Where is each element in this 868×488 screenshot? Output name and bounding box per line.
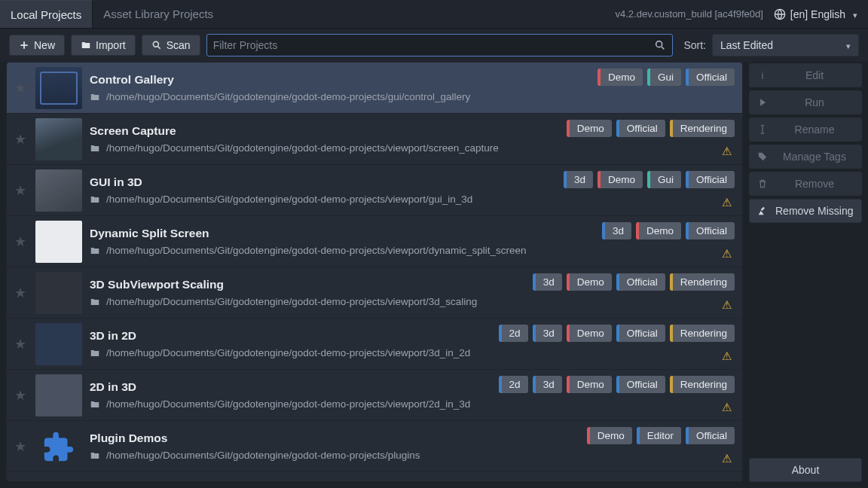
project-tag[interactable]: Editor: [637, 427, 681, 444]
remove-missing-button[interactable]: Remove Missing: [749, 199, 862, 223]
project-row[interactable]: ★ 3D SubViewport Scaling /home/hugo/Docu…: [7, 267, 742, 319]
about-button[interactable]: About: [749, 458, 862, 482]
project-path: /home/hugo/Documents/Git/godotengine/god…: [106, 450, 420, 461]
project-tag[interactable]: 3d: [564, 171, 593, 188]
language-selector[interactable]: [en] English: [774, 8, 857, 20]
rename-button[interactable]: Rename: [749, 117, 862, 142]
project-path: /home/hugo/Documents/Git/godotengine/god…: [106, 194, 472, 205]
language-label: [en] English: [790, 8, 845, 20]
project-tag[interactable]: Demo: [567, 325, 612, 342]
top-bar: Local Projects Asset Library Projects v4…: [0, 0, 868, 29]
chevron-down-icon: [850, 8, 857, 20]
project-tag[interactable]: Official: [686, 171, 735, 188]
project-path-row: /home/hugo/Documents/Git/godotengine/god…: [90, 142, 736, 154]
project-tag[interactable]: 3d: [602, 222, 631, 239]
project-row[interactable]: ★ Dynamic Split Screen /home/hugo/Docume…: [7, 216, 742, 267]
favorite-star-icon[interactable]: ★: [13, 387, 28, 404]
project-thumbnail: [35, 374, 82, 416]
sort-value: Last Edited: [720, 39, 773, 51]
scan-button[interactable]: Scan: [142, 35, 200, 56]
project-tag[interactable]: Demo: [598, 69, 643, 86]
project-thumbnail: [35, 221, 82, 263]
folder-icon: [90, 297, 100, 307]
folder-icon: [90, 194, 100, 205]
favorite-star-icon[interactable]: ★: [13, 80, 28, 96]
search-icon: [151, 40, 162, 50]
project-tag[interactable]: Official: [616, 376, 665, 393]
favorite-star-icon[interactable]: ★: [13, 438, 28, 455]
project-tag[interactable]: 3d: [533, 325, 562, 342]
project-tag[interactable]: 2d: [499, 325, 528, 342]
project-tag[interactable]: Demo: [598, 171, 643, 188]
project-tag[interactable]: Gui: [647, 69, 681, 86]
project-path-row: /home/hugo/Documents/Git/godotengine/god…: [90, 245, 736, 256]
edit-label: Edit: [775, 69, 854, 81]
project-path: /home/hugo/Documents/Git/godotengine/god…: [106, 296, 477, 307]
svg-point-1: [153, 41, 158, 47]
about-label: About: [792, 464, 820, 476]
globe-icon: [774, 8, 786, 20]
project-tag[interactable]: Official: [686, 69, 735, 86]
favorite-star-icon[interactable]: ★: [13, 285, 28, 301]
project-tag[interactable]: 3d: [533, 273, 562, 291]
filter-projects-field[interactable]: [206, 34, 674, 56]
rename-label: Rename: [775, 124, 854, 136]
manage-tags-button[interactable]: Manage Tags: [749, 145, 862, 169]
project-row[interactable]: ★ Control Gallery /home/hugo/Documents/G…: [7, 63, 742, 114]
project-tag[interactable]: Official: [686, 222, 735, 239]
filter-input[interactable]: [213, 39, 650, 51]
project-tag[interactable]: Demo: [567, 376, 612, 393]
project-tag[interactable]: Rendering: [670, 376, 735, 393]
favorite-star-icon[interactable]: ★: [13, 182, 28, 199]
tab-asset-library[interactable]: Asset Library Projects: [93, 0, 224, 28]
project-row[interactable]: ★ 2D in 3D /home/hugo/Documents/Git/godo…: [7, 370, 742, 421]
project-path: /home/hugo/Documents/Git/godotengine/god…: [106, 398, 470, 410]
svg-rect-3: [762, 72, 763, 72]
project-tag[interactable]: Demo: [567, 273, 612, 291]
project-tag[interactable]: Official: [686, 427, 735, 444]
remove-missing-label: Remove Missing: [775, 205, 854, 217]
project-path: /home/hugo/Documents/Git/godotengine/god…: [106, 347, 470, 358]
project-path-row: /home/hugo/Documents/Git/godotengine/god…: [90, 91, 736, 102]
folder-icon: [90, 92, 100, 102]
project-tag[interactable]: Official: [616, 325, 665, 342]
project-tag[interactable]: 3d: [533, 376, 562, 393]
project-tag[interactable]: Rendering: [670, 120, 735, 137]
tag-icon: [757, 151, 768, 162]
project-path-row: /home/hugo/Documents/Git/godotengine/god…: [90, 450, 736, 461]
project-tag[interactable]: Rendering: [670, 325, 735, 342]
project-row[interactable]: ★ GUI in 3D /home/hugo/Documents/Git/god…: [7, 165, 742, 216]
project-tag[interactable]: 2d: [499, 376, 528, 393]
project-tag[interactable]: Official: [616, 120, 665, 137]
version-label: v4.2.dev.custom_build [ac4f9fe0d]: [616, 8, 763, 20]
project-row[interactable]: ★ Screen Capture /home/hugo/Documents/Gi…: [7, 114, 742, 165]
project-tags: DemoOfficialRendering: [567, 120, 735, 137]
plus-icon: [19, 40, 29, 50]
project-row[interactable]: ★ 3D in 2D /home/hugo/Documents/Git/godo…: [7, 319, 742, 370]
favorite-star-icon[interactable]: ★: [13, 131, 28, 148]
project-row[interactable]: ★ Plugin Demos /home/hugo/Documents/Git/…: [7, 421, 742, 472]
warning-icon: ⚠: [722, 452, 732, 465]
project-list[interactable]: ★ Control Gallery /home/hugo/Documents/G…: [7, 63, 742, 481]
project-tag[interactable]: Demo: [636, 222, 681, 239]
project-thumbnail: [35, 118, 82, 160]
svg-point-2: [656, 41, 662, 47]
edit-button[interactable]: Edit: [749, 63, 862, 87]
project-tag[interactable]: Demo: [587, 427, 632, 444]
play-icon: [757, 97, 768, 108]
folder-icon: [90, 399, 100, 410]
remove-button[interactable]: Remove: [749, 172, 862, 196]
project-tag[interactable]: Gui: [647, 171, 681, 188]
tab-local-projects[interactable]: Local Projects: [0, 0, 93, 28]
project-thumbnail: [35, 425, 82, 468]
warning-icon: ⚠: [722, 349, 732, 363]
favorite-star-icon[interactable]: ★: [13, 233, 28, 250]
project-tag[interactable]: Rendering: [670, 273, 735, 291]
favorite-star-icon[interactable]: ★: [13, 336, 28, 352]
sort-selector[interactable]: Last Edited: [712, 34, 859, 56]
project-tag[interactable]: Official: [616, 273, 665, 291]
new-button[interactable]: New: [9, 35, 65, 56]
import-button[interactable]: Import: [71, 35, 136, 56]
run-button[interactable]: Run: [749, 90, 862, 114]
project-tag[interactable]: Demo: [567, 120, 612, 137]
